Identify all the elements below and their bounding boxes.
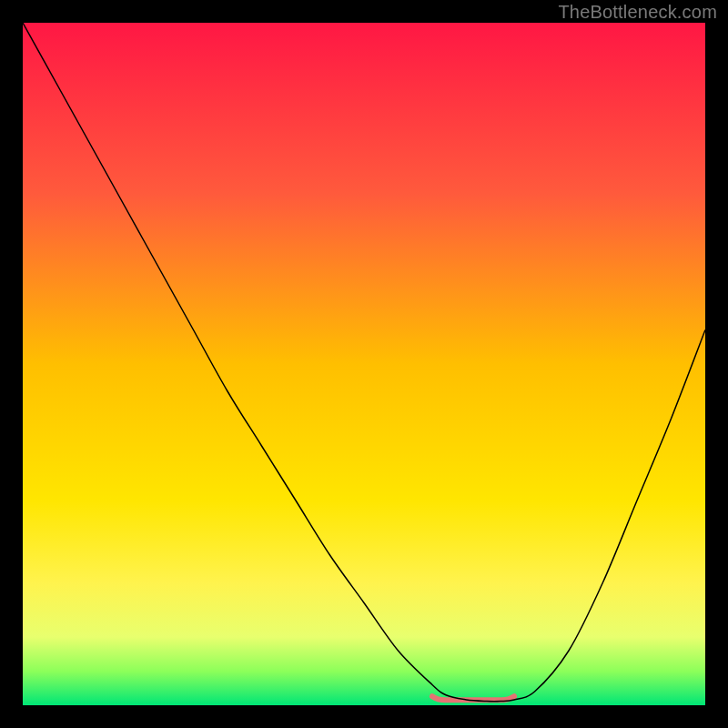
- flat-segment: [432, 696, 514, 700]
- watermark-text: TheBottleneck.com: [558, 2, 717, 23]
- bottleneck-curve: [23, 23, 705, 702]
- curve-layer: [23, 23, 705, 705]
- chart-frame: TheBottleneck.com: [0, 0, 728, 728]
- plot-area: [23, 23, 705, 705]
